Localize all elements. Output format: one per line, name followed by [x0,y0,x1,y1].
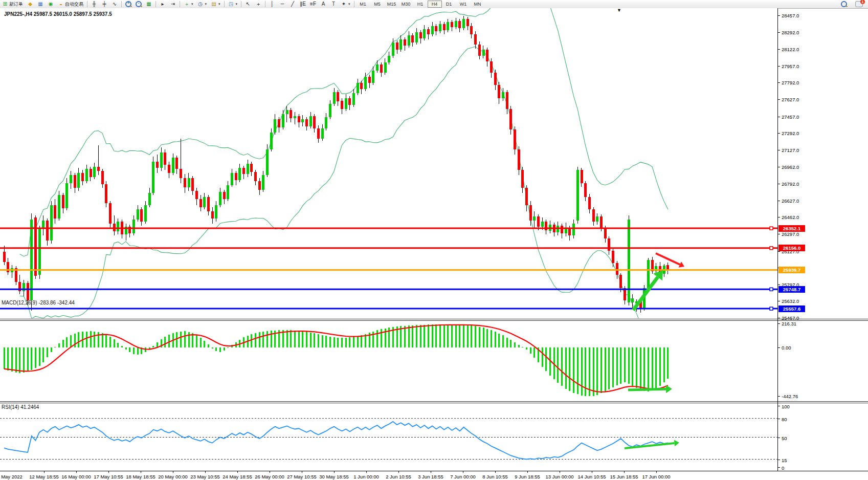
axis-tick [777,82,780,83]
crosshair-button[interactable]: ＋ [253,0,263,8]
zoom-in-button[interactable]: + [123,0,133,8]
macd-signal-line [4,325,668,392]
macd-histogram-bar [483,328,484,347]
fibonacci-button[interactable]: ≡F [308,0,318,8]
axis-tick [777,323,780,324]
axis-tick [777,460,780,460]
axis-tick [777,133,780,134]
chart-shift-button[interactable]: ⇥ [168,0,178,8]
periods-button[interactable]: ◷▾ [195,0,209,8]
auto-scroll-button[interactable]: ▸ [158,0,168,8]
timeframe-h4[interactable]: H4 [428,1,442,8]
macd-histogram-bar [168,335,170,347]
macd-histogram-bar [616,347,618,385]
toolbar-separator [265,1,265,7]
horizontal-line-button[interactable]: ─ [277,0,287,8]
candle [404,39,406,46]
timeframe-m30[interactable]: M30 [399,1,413,8]
timeframe-m5[interactable]: M5 [370,1,385,8]
candle [458,21,461,28]
candle [38,229,41,275]
macd-histogram-bar [463,325,464,347]
chevron-down-icon[interactable]: ▾ [348,2,350,6]
chart-canvas-main[interactable] [0,8,777,318]
chevron-down-icon[interactable]: ▾ [205,2,207,6]
tile-windows-button[interactable]: ▦ [144,0,154,8]
styles-button[interactable]: ◆ [25,0,35,8]
pane-separator[interactable] [0,401,868,402]
templates-button[interactable]: ▤▾ [209,0,222,8]
line-chart-button[interactable]: ∿ [109,0,120,8]
macd-histogram-bar [54,347,56,347]
macd-histogram-bar [62,340,64,347]
arrows-button[interactable]: ✦▾ [339,0,352,8]
timeframe-switcher: M1M5M15M30H1H4D1W1MN [356,1,485,8]
chart-window-button[interactable]: ◳▾ [226,0,240,8]
vertical-line-button[interactable]: │ [267,0,277,8]
candle [199,199,202,207]
macd-histogram-bar [491,330,492,347]
candle [506,92,508,110]
macd-histogram-bar [42,347,44,362]
notifications-button[interactable]: 1 [853,0,865,8]
autotrade-button[interactable]: ◒自动交易 [56,0,85,8]
pane-separator[interactable] [0,319,868,319]
indicators-icon: ＋ [184,1,190,7]
macd-histogram-bar [219,347,221,352]
time-axis-tick [302,471,302,473]
macd-histogram-bar [224,347,225,351]
timeframe-mn[interactable]: MN [471,1,485,8]
macd-histogram-bar [510,340,511,347]
timeframe-w1[interactable]: W1 [456,1,471,8]
macd-histogram-bar [608,347,610,389]
symbol-ohlc-title: JPN225-,H4 25987.5 26015.0 25897.5 25937… [4,11,112,17]
macd-histogram-bar [612,347,614,387]
chevron-down-icon[interactable]: ▾ [191,2,193,6]
candle [329,104,331,117]
text-label-button[interactable]: T [328,0,339,8]
text-button[interactable]: A [318,0,328,8]
chevron-down-icon[interactable]: ▾ [236,2,238,6]
macd-histogram-bar [643,347,645,391]
timeframe-h1[interactable]: H1 [413,1,428,8]
candle [474,34,477,45]
timeframe-m15[interactable]: M15 [385,1,399,8]
macd-histogram-bar [522,347,523,347]
trendline-button[interactable]: ╱ [287,0,298,8]
price-axis-label: 27127.0 [782,147,799,153]
market-watch-button[interactable]: ▦ [35,0,46,8]
macd-histogram-bar [600,347,602,393]
search-button[interactable] [839,0,849,8]
candle [518,149,520,170]
chart-shift-marker-icon[interactable]: ▼ [617,8,621,13]
zoom-out-button[interactable]: - [133,0,144,8]
equidistant-channel-icon: ∥E [300,1,306,7]
chart-canvas-macd[interactable] [0,321,777,401]
cursor-button[interactable]: ↖ [243,0,253,8]
candlestick-button[interactable]: ╪ [99,0,109,8]
signals-button[interactable]: ◉ [46,0,56,8]
time-axis-tick [656,471,657,473]
macd-histogram-bar [90,331,92,347]
candle [435,26,437,31]
bar-chart-button[interactable]: ╫ [89,0,99,8]
arrows-icon: ✦ [341,1,347,7]
chart-shift-icon: ⇥ [170,1,176,7]
candle [470,26,473,34]
timeframe-m1[interactable]: M1 [356,1,370,8]
candle [152,162,154,193]
macd-histogram-bar [467,325,469,347]
macd-histogram-bar [51,347,52,352]
new-order-button[interactable]: ⊞新订单 [0,0,25,8]
macd-histogram-bar [495,332,496,347]
candle [364,77,367,89]
chevron-down-icon[interactable]: ▾ [218,2,220,6]
candle [140,209,143,222]
macd-histogram-bar [353,337,354,347]
timeframe-d1[interactable]: D1 [442,1,456,8]
chart-canvas-rsi[interactable] [0,404,777,471]
equidistant-channel-button[interactable]: ∥E [298,0,308,8]
indicators-button[interactable]: ＋▾ [182,0,195,8]
candle [581,170,583,183]
candle [490,61,493,73]
